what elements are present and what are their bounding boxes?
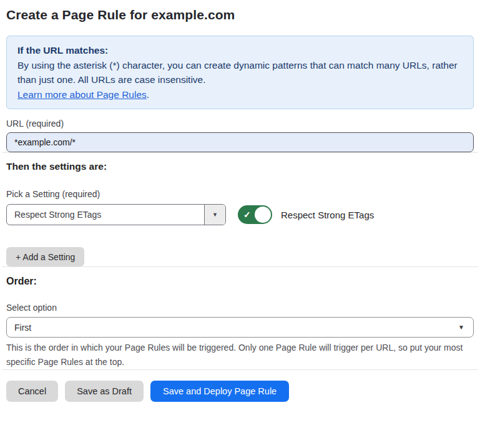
learn-more-link[interactable]: Learn more about Page Rules [17,89,147,100]
footer-divider [2,369,478,370]
setting-picker-label: Pick a Setting (required) [6,189,474,199]
settings-section-heading: Then the settings are: [6,161,474,172]
section-divider [2,266,478,267]
order-select-label: Select option [6,303,474,313]
link-suffix: . [147,89,149,100]
url-input[interactable] [6,132,474,152]
add-setting-button[interactable]: + Add a Setting [6,247,84,266]
toggle-label: Respect Strong ETags [281,210,374,220]
order-section-heading: Order: [6,276,474,287]
info-box-body: By using the asterisk (*) character, you… [17,58,463,87]
save-deploy-button[interactable]: Save and Deploy Page Rule [150,381,289,402]
footer-button-row: Cancel Save as Draft Save and Deploy Pag… [6,381,474,402]
setting-select-value: Respect Strong ETags [7,210,204,220]
setting-row: Respect Strong ETags ▼ ✓ Respect Strong … [6,204,474,225]
chevron-down-icon: ▼ [449,324,473,331]
order-select-value: First [7,323,449,333]
section-divider [2,152,478,153]
etag-toggle[interactable]: ✓ [238,205,272,224]
toggle-check-icon: ✓ [243,210,251,220]
order-help-text: This is the order in which your Page Rul… [6,341,468,369]
url-field-label: URL (required) [6,119,474,129]
info-box-link-line: Learn more about Page Rules. [17,87,463,102]
save-draft-button[interactable]: Save as Draft [65,381,144,402]
toggle-knob [255,207,271,223]
setting-select[interactable]: Respect Strong ETags ▼ [6,204,226,225]
page-title: Create a Page Rule for example.com [6,7,474,22]
info-box-heading: If the URL matches: [17,43,463,58]
cancel-button[interactable]: Cancel [6,381,58,402]
url-match-info-box: If the URL matches: By using the asteris… [6,36,474,109]
dropdown-arrow-icon[interactable]: ▼ [204,205,225,225]
order-select[interactable]: First ▼ [6,317,474,338]
